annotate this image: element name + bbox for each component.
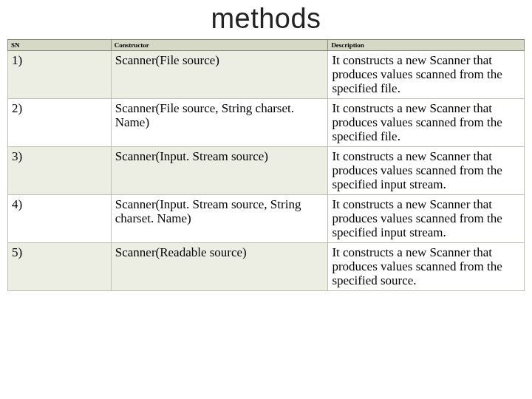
cell-constructor: Scanner(Input. Stream source) (111, 147, 328, 195)
header-sn: SN (8, 40, 112, 51)
cell-sn: 5) (8, 243, 112, 291)
table-row: 4) Scanner(Input. Stream source, String … (8, 195, 525, 243)
cell-description: It constructs a new Scanner that produce… (328, 243, 525, 291)
cell-sn: 2) (8, 99, 112, 147)
page-title: methods (7, 3, 525, 35)
cell-sn: 4) (8, 195, 112, 243)
table-row: 2) Scanner(File source, String charset. … (8, 99, 525, 147)
cell-description: It constructs a new Scanner that produce… (328, 99, 525, 147)
table-header-row: SN Constructor Description (8, 40, 525, 51)
table-row: 5) Scanner(Readable source) It construct… (8, 243, 525, 291)
cell-sn: 3) (8, 147, 112, 195)
cell-sn: 1) (8, 51, 112, 99)
cell-constructor: Scanner(Input. Stream source, String cha… (111, 195, 328, 243)
table-row: 3) Scanner(Input. Stream source) It cons… (8, 147, 525, 195)
cell-description: It constructs a new Scanner that produce… (328, 195, 525, 243)
cell-constructor: Scanner(Readable source) (111, 243, 328, 291)
cell-constructor: Scanner(File source, String charset. Nam… (111, 99, 328, 147)
cell-description: It constructs a new Scanner that produce… (328, 51, 525, 99)
methods-table: SN Constructor Description 1) Scanner(Fi… (7, 39, 525, 291)
slide: methods SN Constructor Description 1) Sc… (0, 3, 532, 399)
cell-description: It constructs a new Scanner that produce… (328, 147, 525, 195)
header-constructor: Constructor (111, 40, 328, 51)
header-description: Description (328, 40, 525, 51)
cell-constructor: Scanner(File source) (111, 51, 328, 99)
table-row: 1) Scanner(File source) It constructs a … (8, 51, 525, 99)
